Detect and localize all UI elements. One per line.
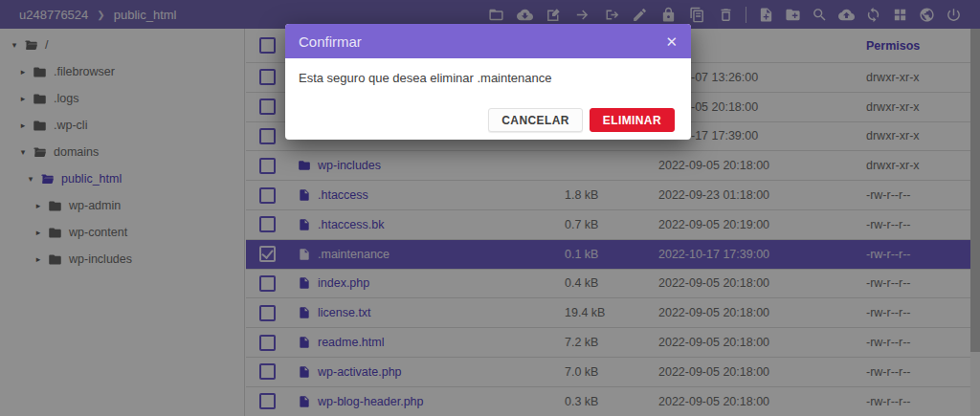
file-manager-screen: u248776524 ❯ public_html ▾/▸.filebrowser… bbox=[0, 0, 980, 416]
delete-button[interactable]: ELIMINAR bbox=[590, 108, 675, 132]
dialog-message: Esta seguro que desea eliminar .maintena… bbox=[285, 58, 691, 85]
dialog-header: Confirmar ✕ bbox=[285, 24, 691, 58]
dialog-actions: CANCELAR ELIMINAR bbox=[488, 108, 675, 132]
cancel-button[interactable]: CANCELAR bbox=[488, 108, 583, 132]
close-icon[interactable]: ✕ bbox=[665, 34, 678, 49]
dialog-title: Confirmar bbox=[299, 33, 362, 50]
confirm-delete-dialog: Confirmar ✕ Esta seguro que desea elimin… bbox=[285, 24, 691, 140]
